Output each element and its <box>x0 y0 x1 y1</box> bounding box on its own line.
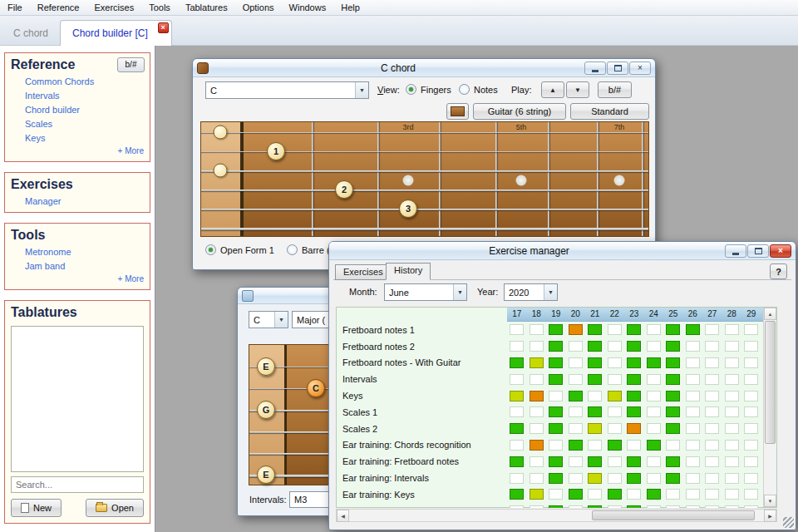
exercise-name: Ear training: Keys <box>337 490 507 500</box>
tuning-button[interactable]: Standard <box>570 103 649 120</box>
history-cell-box <box>588 440 602 451</box>
minimize-button[interactable] <box>584 62 606 75</box>
exercise-manager-content: Exercises History ? Month: June ▼ Year: … <box>329 260 796 530</box>
history-cell-empty <box>722 456 742 467</box>
maximize-button[interactable] <box>607 62 628 75</box>
history-cell-empty <box>722 341 742 352</box>
tools-more-link[interactable]: + More <box>11 274 144 283</box>
guitar-string <box>201 228 648 230</box>
exercises-links: Manager <box>11 196 144 206</box>
history-cell-box <box>608 456 622 467</box>
history-cell-box <box>569 505 583 508</box>
menu-item[interactable]: Tablatures <box>178 0 235 15</box>
minimize-button[interactable] <box>725 244 746 258</box>
history-cell-empty <box>566 374 586 385</box>
exercise-history-row: Fretboard notes 2 <box>337 338 764 355</box>
history-cell-green <box>663 324 683 335</box>
search-input[interactable] <box>11 476 144 493</box>
sidebar-link[interactable]: Common Chords <box>25 76 144 86</box>
history-cell-empty <box>683 473 703 484</box>
exercise-manager-titlebar[interactable]: Exercise manager × <box>329 242 796 260</box>
history-cell-green <box>663 374 683 385</box>
tab-chord-builder[interactable]: Chord builder [C] × <box>60 20 172 46</box>
history-cell-box <box>549 505 563 508</box>
radio-notes[interactable]: Notes <box>459 84 498 95</box>
play-down-button[interactable]: ▼ <box>566 81 589 98</box>
history-cell-box <box>686 456 700 467</box>
resize-grip[interactable] <box>783 517 794 528</box>
menu-item[interactable]: File <box>0 0 30 15</box>
caption-buttons: × <box>725 244 791 258</box>
exercise-name: Intervals <box>337 374 507 384</box>
flat-sharp-toggle-button[interactable]: b/# <box>598 81 632 98</box>
tablatures-list[interactable] <box>11 326 144 472</box>
scroll-down-icon[interactable]: ▼ <box>764 495 776 507</box>
instrument-image-button[interactable] <box>446 103 469 120</box>
vertical-scrollbar[interactable]: ▲ ▼ <box>763 308 776 507</box>
guitar-string <box>201 190 648 191</box>
history-cell-box <box>686 473 700 484</box>
menu-item[interactable]: Exercises <box>87 0 142 15</box>
history-cell-box <box>647 505 661 508</box>
maximize-button[interactable] <box>747 244 769 258</box>
root-note-select[interactable]: C ▼ <box>249 311 288 328</box>
history-cell-empty <box>605 456 625 467</box>
close-button[interactable]: × <box>629 62 651 75</box>
intervals-value-box[interactable]: M3 <box>289 491 332 508</box>
history-cell-empty <box>722 489 742 500</box>
chord-fretboard: 3rd5th7th123 <box>200 121 649 237</box>
sidebar-link[interactable]: Metronome <box>25 247 144 257</box>
menu-item[interactable]: Options <box>235 0 282 15</box>
radio-fingers[interactable]: Fingers <box>406 84 451 95</box>
guitar-string <box>201 170 648 172</box>
history-cell-box <box>666 423 680 434</box>
sidebar-link[interactable]: Jam band <box>25 261 144 271</box>
close-button[interactable]: × <box>770 244 791 258</box>
flat-sharp-button[interactable]: b/# <box>117 57 145 72</box>
history-cell-box <box>627 505 641 508</box>
month-select[interactable]: June ▼ <box>384 283 467 301</box>
history-cell-box <box>705 406 719 417</box>
sidebar-link[interactable]: Scales <box>25 119 144 129</box>
guitar-type-button[interactable]: Guitar (6 string) <box>473 103 566 120</box>
exercise-history-row: Intervals <box>337 371 764 387</box>
new-button[interactable]: New <box>11 499 62 517</box>
scroll-left-icon[interactable]: ◀ <box>337 510 349 522</box>
sidebar-link[interactable]: Manager <box>25 196 144 206</box>
tab-history[interactable]: History <box>386 263 431 280</box>
tab-c-chord[interactable]: C chord <box>2 20 60 46</box>
reference-more-link[interactable]: + More <box>11 146 144 155</box>
history-cell-green <box>644 440 664 451</box>
horizontal-scrollbar[interactable]: ◀ ▶ <box>336 509 777 522</box>
tab-close-icon[interactable]: × <box>158 22 169 33</box>
sidebar-link[interactable]: Chord builder <box>25 105 144 115</box>
tablatures-panel: Tablatures New Open <box>4 300 150 524</box>
menu-item[interactable]: Tools <box>141 0 178 15</box>
history-cell-empty <box>624 440 644 451</box>
menu-item[interactable]: Help <box>333 0 367 15</box>
radio-open-form-1[interactable]: Open Form 1 <box>205 244 274 255</box>
fret-wire <box>597 122 598 236</box>
fretboard-thumbnail-icon <box>451 106 465 116</box>
scroll-right-icon[interactable]: ▶ <box>764 510 776 522</box>
menu-item[interactable]: Windows <box>282 0 334 15</box>
day-header: 22 <box>605 308 625 321</box>
history-cell-box <box>569 456 583 467</box>
history-cells <box>507 440 761 451</box>
history-cells <box>507 423 761 434</box>
open-button[interactable]: Open <box>86 499 144 517</box>
scroll-up-icon[interactable]: ▲ <box>764 308 776 320</box>
tab-exercises[interactable]: Exercises <box>335 264 392 280</box>
c-chord-titlebar[interactable]: C chord × <box>193 59 655 77</box>
sidebar-link[interactable]: Intervals <box>25 91 144 101</box>
sidebar-link[interactable]: Keys <box>25 133 144 143</box>
history-cell-empty <box>722 423 742 434</box>
menu-item[interactable]: Reference <box>30 0 87 15</box>
history-cell-green <box>624 357 644 368</box>
help-button[interactable]: ? <box>770 264 787 279</box>
horizontal-scrollbar-thumb[interactable] <box>592 510 755 520</box>
chord-select[interactable]: C ▼ <box>205 81 369 99</box>
year-select[interactable]: 2020 ▼ <box>504 283 558 301</box>
play-up-button[interactable]: ▲ <box>541 81 564 98</box>
vertical-scrollbar-thumb[interactable] <box>765 321 776 444</box>
